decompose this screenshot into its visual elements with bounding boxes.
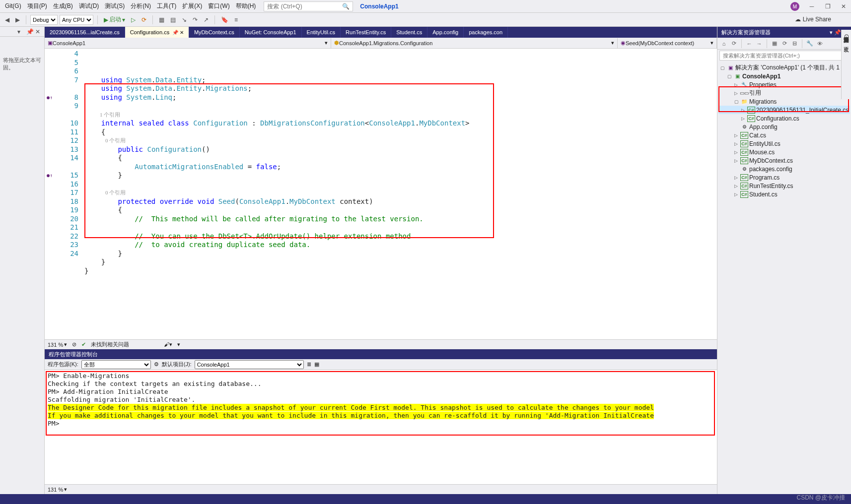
bookmark-icon[interactable]: 🔖 bbox=[219, 15, 230, 24]
code-line[interactable]: { bbox=[84, 154, 717, 163]
tab-Configuration.cs[interactable]: Configuration.cs📌 ✕ bbox=[125, 27, 189, 38]
hot-reload-icon[interactable]: ⟳ bbox=[140, 15, 148, 24]
tab-NuGet: ConsoleApp1[interactable]: NuGet: ConsoleApp1 bbox=[240, 27, 302, 38]
tree-item-Cat.cs[interactable]: ▷C#Cat.cs bbox=[718, 131, 850, 139]
vertical-tabs[interactable]: 解决方案资源管理器 Git 更改 bbox=[841, 30, 851, 99]
nav-back-icon[interactable]: ◀ bbox=[3, 15, 11, 24]
start-button[interactable]: ▶ 启动 ▾ bbox=[102, 14, 127, 25]
maximize-button[interactable]: ❐ bbox=[824, 3, 831, 10]
pm-clear-icon[interactable]: ▦ bbox=[314, 361, 319, 368]
step-into-icon[interactable]: ↘ bbox=[180, 15, 189, 24]
search-input[interactable] bbox=[267, 3, 342, 10]
config-dropdown[interactable]: Debug bbox=[30, 15, 58, 25]
zoom-level[interactable]: 131 % ▾ bbox=[48, 341, 67, 348]
code-line[interactable] bbox=[84, 275, 717, 284]
show-all-icon[interactable]: ▦ bbox=[770, 39, 779, 48]
tree-item-引用[interactable]: ▷▭▭引用 bbox=[718, 89, 850, 97]
tree-item-Program.cs[interactable]: ▷C#Program.cs bbox=[718, 173, 850, 182]
tree-item-App.config[interactable]: ⚙App.config bbox=[718, 123, 850, 131]
comment-icon[interactable]: ≡ bbox=[232, 15, 240, 24]
breadcrumb-member[interactable]: ◉ Seed(MyDbContext context) ▾ bbox=[618, 38, 717, 48]
tab-RunTestEntity.cs[interactable]: RunTestEntity.cs bbox=[341, 27, 391, 38]
toolbox-close-icon[interactable]: 📌 ✕ bbox=[24, 28, 42, 35]
menu-分析(N)[interactable]: 分析(N) bbox=[128, 1, 154, 10]
live-share-button[interactable]: ☁ Live Share bbox=[795, 16, 831, 23]
step-over-icon[interactable]: ↷ bbox=[191, 15, 200, 24]
codelens-references[interactable]: 0 个引用 bbox=[84, 189, 717, 197]
code-line[interactable]: } bbox=[84, 267, 717, 276]
properties-icon[interactable]: 🔧 bbox=[805, 39, 814, 48]
code-line[interactable]: using System.Data.Entity.Migrations; bbox=[84, 84, 717, 93]
codelens-references[interactable]: 1 个引用 bbox=[84, 111, 717, 120]
menu-工具(T)[interactable]: 工具(T) bbox=[154, 1, 179, 10]
tree-item-packages.config[interactable]: ⚙packages.config bbox=[718, 165, 850, 173]
code-line[interactable]: // You can use the DbSet<T>.AddOrUpdate(… bbox=[84, 232, 717, 241]
toolbox-pin-icon[interactable]: ▾ bbox=[15, 28, 22, 35]
class-view-icon[interactable]: ▤ bbox=[168, 15, 178, 24]
menu-生成(B)[interactable]: 生成(B) bbox=[50, 1, 76, 10]
pin-icon[interactable]: 📌 ✕ bbox=[172, 30, 184, 35]
project-node[interactable]: ▢▣ConsoleApp1 bbox=[718, 72, 850, 80]
home-icon[interactable]: ⌂ bbox=[719, 39, 728, 48]
menu-Git(G)[interactable]: Git(G) bbox=[2, 1, 24, 10]
pm-console-output[interactable]: PM> Enable-MigrationsChecking if the con… bbox=[45, 370, 717, 484]
platform-dropdown[interactable]: Any CPU bbox=[60, 15, 93, 25]
close-button[interactable]: ✕ bbox=[840, 3, 847, 10]
nav-fwd-icon[interactable]: ▶ bbox=[13, 15, 22, 24]
pm-proj-dropdown[interactable]: ConsoleApp1 bbox=[195, 360, 304, 369]
panel-menu-icon[interactable]: ▾ bbox=[830, 29, 833, 35]
gear-icon[interactable]: ⚙ bbox=[154, 361, 159, 368]
tree-item-Student.cs[interactable]: ▷C#Student.cs bbox=[718, 190, 850, 198]
code-line[interactable]: protected override void Seed(ConsoleApp1… bbox=[84, 197, 717, 206]
solution-root[interactable]: ▢▣解决方案 'ConsoleApp1' (1 个项目, 共 1 个) bbox=[718, 63, 850, 72]
code-line[interactable]: using System.Data.Entity; bbox=[84, 76, 717, 85]
pm-src-dropdown[interactable]: 全部 bbox=[81, 360, 151, 369]
tree-item-RunTestEntity.cs[interactable]: ▷C#RunTestEntity.cs bbox=[718, 182, 850, 190]
code-editor[interactable]: 45678●↑9101112131415●↑161718192021222324… bbox=[45, 49, 717, 339]
fwd-icon[interactable]: → bbox=[755, 39, 764, 48]
solution-search-input[interactable] bbox=[719, 51, 849, 61]
caret-down-icon[interactable]: ▾ bbox=[177, 341, 180, 348]
tab-App.config[interactable]: App.config bbox=[427, 27, 464, 38]
code-line[interactable] bbox=[84, 223, 717, 232]
menu-窗口(W)[interactable]: 窗口(W) bbox=[205, 1, 232, 10]
avatar[interactable]: M bbox=[790, 2, 799, 11]
start-nodebug-icon[interactable]: ▷ bbox=[129, 15, 138, 24]
tab-202309061156...ialCreate.cs[interactable]: 202309061156...ialCreate.cs bbox=[45, 27, 125, 38]
tab-MyDbContext.cs[interactable]: MyDbContext.cs bbox=[189, 27, 240, 38]
tab-EntityUtil.cs[interactable]: EntityUtil.cs bbox=[302, 27, 341, 38]
code-line[interactable]: { bbox=[84, 206, 717, 215]
tree-item-Mouse.cs[interactable]: ▷C#Mouse.cs bbox=[718, 148, 850, 156]
back-icon[interactable]: ← bbox=[745, 39, 754, 48]
code-line[interactable]: using System.Linq; bbox=[84, 93, 717, 102]
code-line[interactable] bbox=[84, 180, 717, 189]
refresh-icon[interactable]: ⟳ bbox=[780, 39, 789, 48]
solution-tree[interactable]: ▢▣解决方案 'ConsoleApp1' (1 个项目, 共 1 个)▢▣Con… bbox=[717, 62, 851, 494]
menu-测试(S)[interactable]: 测试(S) bbox=[102, 1, 128, 10]
breadcrumb-project[interactable]: ▣ ConsoleApp1 ▾ bbox=[45, 38, 331, 48]
code-line[interactable]: } bbox=[84, 250, 717, 258]
tree-item-EntityUtil.cs[interactable]: ▷C#EntityUtil.cs bbox=[718, 139, 850, 148]
tree-item-Properties[interactable]: ▷🔧Properties bbox=[718, 80, 850, 89]
code-line[interactable]: } bbox=[84, 171, 717, 180]
pm-zoom[interactable]: 131 % ▾ bbox=[48, 486, 67, 493]
collapse-icon[interactable]: ⊟ bbox=[790, 39, 799, 48]
minimize-button[interactable]: ─ bbox=[808, 3, 815, 10]
tab-Student.cs[interactable]: Student.cs bbox=[391, 27, 427, 38]
tab-packages.con[interactable]: packages.con bbox=[464, 27, 508, 38]
sync-icon[interactable]: ⟳ bbox=[729, 39, 738, 48]
code-line[interactable] bbox=[84, 102, 717, 111]
tree-item-Migrations[interactable]: ▢📁Migrations bbox=[718, 97, 850, 106]
code-line[interactable]: // to avoid creating duplicate seed data… bbox=[84, 241, 717, 250]
preview-icon[interactable]: 👁 bbox=[815, 39, 824, 48]
breadcrumb-namespace[interactable]: ⬢ ConsoleApp1.Migrations.Configuration ▾ bbox=[331, 38, 618, 48]
new-item-icon[interactable]: ▦ bbox=[157, 15, 166, 24]
tree-item-202309061156131_InitialCreate.cs[interactable]: ▷C#202309061156131_InitialCreate.cs bbox=[718, 106, 850, 114]
code-line[interactable]: // This method will be called after migr… bbox=[84, 215, 717, 224]
code-line[interactable]: public Configuration() bbox=[84, 145, 717, 154]
brush-icon[interactable]: 🖌▾ bbox=[164, 341, 172, 348]
tree-item-MyDbContext.cs[interactable]: ▷C#MyDbContext.cs bbox=[718, 156, 850, 165]
menu-调试(D)[interactable]: 调试(D) bbox=[76, 1, 102, 10]
menu-帮助(H)[interactable]: 帮助(H) bbox=[233, 1, 259, 10]
pm-indent-icon[interactable]: ≣ bbox=[307, 361, 311, 368]
